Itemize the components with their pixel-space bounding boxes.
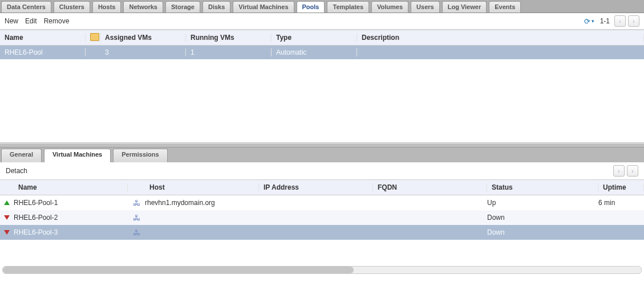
prev-page-button[interactable]: ‹ <box>614 15 626 27</box>
horizontal-scrollbar[interactable] <box>2 266 642 274</box>
status-down-icon <box>4 215 10 220</box>
vm-name: RHEL6-Pool-3 <box>14 228 128 236</box>
vm-prev-page-button[interactable]: ‹ <box>613 165 625 177</box>
new-action[interactable]: New <box>5 17 18 25</box>
detail-tab-bar: GeneralVirtual MachinesPermissions <box>0 148 644 162</box>
col-running-vms[interactable]: Running VMs <box>186 34 272 42</box>
refresh-dropdown-icon[interactable]: ▾ <box>592 18 594 24</box>
vm-row[interactable]: RHEL6-Pool-2🖧Down <box>0 210 644 225</box>
top-tab-events[interactable]: Events <box>489 1 521 13</box>
status-down-icon <box>4 230 10 235</box>
top-tab-virtual-machines[interactable]: Virtual Machines <box>233 1 294 13</box>
col-type[interactable]: Type <box>272 34 357 42</box>
pool-row[interactable]: RHEL6-Pool31Automatic <box>0 46 644 59</box>
pools-grid-body: RHEL6-Pool31Automatic <box>0 46 644 143</box>
vm-uptime: 6 min <box>598 199 644 207</box>
top-tab-data-centers[interactable]: Data Centers <box>1 1 51 13</box>
vm-row[interactable]: RHEL6-Pool-1🖧rhevhn1.mydomain.orgUp6 min <box>0 195 644 210</box>
col-assigned-vms[interactable]: Assigned VMs <box>100 34 186 42</box>
remove-action[interactable]: Remove <box>44 17 70 25</box>
top-tab-networks[interactable]: Networks <box>123 1 163 13</box>
next-page-button[interactable]: › <box>628 15 639 27</box>
vm-name: RHEL6-Pool-2 <box>14 214 128 222</box>
top-tab-volumes[interactable]: Volumes <box>371 1 408 13</box>
col-description[interactable]: Description <box>357 34 644 42</box>
vm-status: Down <box>487 214 598 222</box>
vm-next-page-button[interactable]: › <box>627 165 638 177</box>
page-range: 1-1 <box>600 17 610 25</box>
network-icon: 🖧 <box>133 199 140 207</box>
top-tab-hosts[interactable]: Hosts <box>92 1 121 13</box>
vm-host: rhevhn1.mydomain.org <box>145 199 259 207</box>
scrollbar-thumb[interactable] <box>3 267 354 273</box>
vm-status: Down <box>487 228 598 236</box>
col-vm-name[interactable]: Name <box>14 183 128 191</box>
pool-name: RHEL6-Pool <box>0 48 86 56</box>
detail-tab-general[interactable]: General <box>1 149 42 162</box>
top-tab-pools[interactable]: Pools <box>297 1 325 13</box>
vm-grid-body: RHEL6-Pool-1🖧rhevhn1.mydomain.orgUp6 min… <box>0 195 644 264</box>
top-tab-storage[interactable]: Storage <box>165 1 200 13</box>
col-vm-host[interactable]: Host <box>145 183 259 191</box>
col-vm-uptime[interactable]: Uptime <box>598 183 644 191</box>
pools-grid-header: Name Assigned VMs Running VMs Type Descr… <box>0 30 644 46</box>
main-toolbar: New Edit Remove ⟳ ▾ 1-1 ‹ › <box>0 13 644 30</box>
col-name[interactable]: Name <box>0 34 86 42</box>
folder-icon <box>90 33 99 41</box>
vm-toolbar: Detach ‹ › <box>0 162 644 179</box>
network-icon: 🖧 <box>133 228 140 237</box>
vm-net-cell: 🖧 <box>128 199 145 207</box>
top-tab-templates[interactable]: Templates <box>327 1 369 13</box>
col-icon <box>86 33 100 43</box>
col-vm-ip[interactable]: IP Address <box>259 183 373 191</box>
refresh-icon[interactable]: ⟳ <box>584 17 590 26</box>
horizontal-splitter[interactable] <box>0 143 644 148</box>
top-tab-clusters[interactable]: Clusters <box>54 1 90 13</box>
top-tab-log-viewer[interactable]: Log Viewer <box>442 1 487 13</box>
pool-type: Automatic <box>272 48 357 56</box>
status-up-icon <box>4 200 10 205</box>
pool-running: 1 <box>186 48 272 56</box>
top-tab-disks[interactable]: Disks <box>202 1 230 13</box>
detail-tab-permissions[interactable]: Permissions <box>113 149 167 162</box>
col-vm-status[interactable]: Status <box>487 183 598 191</box>
vm-grid-header: Name Host IP Address FQDN Status Uptime <box>0 179 644 195</box>
detail-tab-virtual-machines[interactable]: Virtual Machines <box>44 149 111 162</box>
vm-row[interactable]: RHEL6-Pool-3🖧Down <box>0 225 644 240</box>
vm-net-cell: 🖧 <box>128 228 145 237</box>
col-vm-fqdn[interactable]: FQDN <box>373 183 487 191</box>
detach-action[interactable]: Detach <box>6 167 27 175</box>
vm-state-cell <box>0 214 14 222</box>
vm-net-cell: 🖧 <box>128 214 145 222</box>
top-tab-bar: Data CentersClustersHostsNetworksStorage… <box>0 0 644 13</box>
vm-status: Up <box>487 199 598 207</box>
main-pager: 1-1 ‹ › <box>600 15 639 27</box>
vm-state-cell <box>0 199 14 207</box>
network-icon: 🖧 <box>133 214 140 222</box>
vm-name: RHEL6-Pool-1 <box>14 199 128 207</box>
vm-state-cell <box>0 228 14 236</box>
top-tab-users[interactable]: Users <box>411 1 440 13</box>
vm-pager: ‹ › <box>613 165 638 177</box>
pool-assigned: 3 <box>100 48 186 56</box>
edit-action[interactable]: Edit <box>25 17 37 25</box>
